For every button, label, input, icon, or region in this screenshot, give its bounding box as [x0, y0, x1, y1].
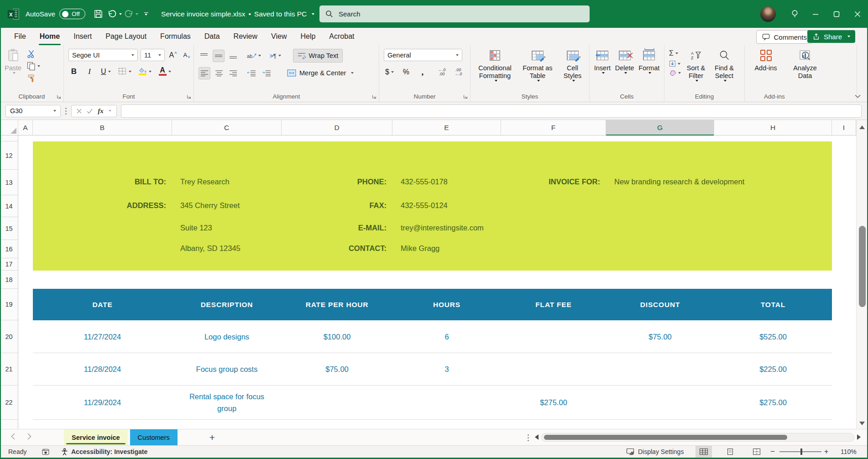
decrease-decimal-icon[interactable]: .00→.0 [453, 66, 464, 78]
hscroll-left-icon[interactable] [535, 434, 539, 440]
table-cell[interactable]: 11/28/2024 [33, 353, 172, 385]
fill-color-button[interactable] [137, 65, 153, 78]
table-column-header[interactable]: TOTAL [714, 289, 832, 320]
comments-button[interactable]: Comments [756, 30, 813, 44]
clear-icon[interactable] [669, 70, 681, 76]
format-painter-icon[interactable] [27, 74, 40, 83]
copy-icon[interactable] [27, 62, 40, 71]
table-cell[interactable]: 6 [392, 320, 501, 353]
formula-input[interactable] [121, 104, 862, 118]
ribbon-tab-data[interactable]: Data [198, 28, 227, 45]
info-cell[interactable]: Trey Research [172, 176, 282, 188]
table-cell[interactable]: $275.00 [501, 386, 606, 419]
align-left-icon[interactable] [199, 67, 210, 79]
ribbon-tab-insert[interactable]: Insert [67, 28, 99, 45]
table-cell[interactable]: $275.00 [714, 386, 832, 419]
top-align-icon[interactable] [199, 50, 209, 62]
column-header-C[interactable]: C [172, 120, 282, 135]
normal-view-button[interactable] [695, 446, 712, 458]
ribbon-tab-home[interactable]: Home [33, 28, 67, 45]
bottom-align-icon[interactable] [228, 50, 239, 62]
middle-align-icon[interactable] [213, 50, 225, 62]
column-header-B[interactable]: B [33, 120, 172, 135]
info-cell[interactable]: 432-555-0124 [392, 199, 501, 211]
font-name-combo[interactable]: Segoe UI [68, 49, 138, 61]
add-sheet-button[interactable]: + [205, 431, 219, 444]
wrap-text-button[interactable]: Wrap Text [293, 49, 343, 63]
font-size-combo[interactable]: 11 [141, 49, 165, 61]
undo-icon[interactable] [106, 6, 123, 22]
accessibility-status[interactable]: Accessibility: Investigate [61, 446, 147, 458]
collapse-ribbon-icon[interactable] [855, 94, 861, 98]
search-box[interactable] [319, 5, 590, 22]
table-cell[interactable] [501, 320, 606, 353]
row-header-14[interactable]: 14 [0, 195, 18, 217]
table-cell[interactable]: 11/27/2024 [33, 320, 172, 353]
info-cell[interactable]: Albany, SD 12345 [172, 242, 282, 254]
comma-format-icon[interactable]: , [417, 66, 428, 78]
align-right-icon[interactable] [228, 67, 239, 79]
column-header-G[interactable]: G [606, 120, 714, 135]
page-break-view-button[interactable] [748, 446, 765, 458]
paste-button[interactable]: Paste [5, 45, 21, 83]
row-header-18[interactable]: 18 [0, 271, 18, 289]
autosum-icon[interactable]: Σ [669, 49, 681, 57]
row-header-partial[interactable] [0, 136, 18, 141]
cut-icon[interactable] [27, 50, 40, 58]
table-cell[interactable] [606, 353, 714, 385]
table-column-header[interactable]: HOURS [392, 289, 501, 320]
font-dialog-launcher[interactable] [187, 94, 191, 99]
column-header-E[interactable]: E [392, 120, 501, 135]
excel-app-icon[interactable]: X [7, 8, 20, 21]
ideas-lightbulb-icon[interactable] [784, 0, 805, 28]
table-cell[interactable]: Focus group costs [172, 353, 282, 385]
table-cell[interactable]: 11/29/2024 [33, 386, 172, 419]
sheet-tab-service-invoice[interactable]: Service invoice [64, 429, 128, 445]
table-cell[interactable]: 3 [392, 353, 501, 385]
ribbon-tab-help[interactable]: Help [293, 28, 322, 45]
underline-button[interactable]: U [99, 65, 112, 78]
ribbon-tab-review[interactable]: Review [227, 28, 264, 45]
zoom-level[interactable]: 110% [841, 446, 857, 458]
macro-record-icon[interactable] [42, 446, 50, 458]
sheet-tab-customers[interactable]: Customers [130, 429, 178, 445]
column-header-D[interactable]: D [282, 120, 392, 135]
info-cell[interactable]: Mike Gragg [392, 242, 501, 254]
orientation-icon[interactable]: ab [246, 50, 262, 62]
row-header-13[interactable]: 13 [0, 170, 18, 195]
table-cell[interactable]: $100.00 [282, 320, 392, 353]
zoom-slider[interactable] [779, 451, 821, 452]
fill-down-icon[interactable] [669, 60, 681, 67]
info-cell[interactable]: 432-555-0178 [392, 176, 501, 188]
clipboard-dialog-launcher[interactable] [57, 94, 61, 99]
search-input[interactable] [338, 10, 584, 18]
table-column-header[interactable]: DATE [33, 289, 172, 320]
table-column-header[interactable]: RATE PER HOUR [282, 289, 392, 320]
display-settings-button[interactable]: Display Settings [626, 446, 684, 458]
hscroll-right-icon[interactable] [857, 434, 861, 440]
info-cell[interactable]: INVOICE FOR: [501, 176, 606, 188]
row-header-16[interactable]: 16 [0, 240, 18, 258]
ribbon-tab-view[interactable]: View [264, 28, 293, 45]
close-button[interactable] [847, 0, 868, 28]
info-cell[interactable]: New branding research & development [606, 176, 714, 188]
number-dialog-launcher[interactable] [463, 94, 468, 99]
percent-format-icon[interactable]: % [401, 66, 412, 78]
ribbon-tab-formulas[interactable]: Formulas [153, 28, 198, 45]
info-cell[interactable]: Suite 123 [172, 222, 282, 234]
table-cell[interactable]: $525.00 [714, 320, 832, 353]
row-header-20[interactable]: 20 [0, 320, 18, 353]
column-header-I[interactable]: I [832, 120, 856, 135]
info-cell[interactable]: FAX: [282, 199, 392, 211]
increase-font-size-icon[interactable]: A˄ [167, 49, 178, 61]
column-header-H[interactable]: H [714, 120, 832, 135]
ribbon-tab-file[interactable]: File [7, 28, 33, 45]
row-header-19[interactable]: 19 [0, 289, 18, 320]
info-cell[interactable]: CONTACT: [282, 242, 392, 254]
sheet-nav-prev-icon[interactable] [11, 433, 15, 440]
text-direction-icon[interactable]: >¶ [268, 50, 282, 62]
decrease-font-size-icon[interactable]: A˅ [181, 49, 192, 61]
customize-quick-access-toolbar-icon[interactable] [141, 7, 151, 21]
scroll-up-icon[interactable] [859, 125, 865, 129]
number-format-combo[interactable]: General [384, 49, 462, 61]
